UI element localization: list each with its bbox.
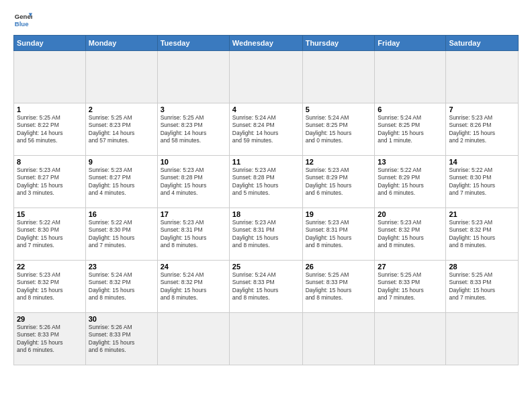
day-info: Sunrise: 5:24 AM Sunset: 8:25 PM Dayligh… — [306, 114, 372, 145]
day-number: 5 — [306, 105, 372, 113]
calendar-cell: 9Sunrise: 5:23 AM Sunset: 8:27 PM Daylig… — [85, 156, 157, 208]
calendar-cell: 15Sunrise: 5:22 AM Sunset: 8:30 PM Dayli… — [14, 208, 86, 261]
calendar-week: 1Sunrise: 5:25 AM Sunset: 8:22 PM Daylig… — [14, 103, 519, 156]
day-info: Sunrise: 5:23 AM Sunset: 8:28 PM Dayligh… — [232, 167, 300, 197]
logo: General Blue — [13, 11, 32, 30]
day-number: 12 — [306, 158, 372, 166]
day-info: Sunrise: 5:25 AM Sunset: 8:33 PM Dayligh… — [306, 271, 372, 302]
calendar-cell: 6Sunrise: 5:24 AM Sunset: 8:25 PM Daylig… — [375, 103, 446, 156]
weekday-header: Sunday — [14, 36, 86, 51]
calendar-cell — [85, 51, 157, 103]
day-info: Sunrise: 5:23 AM Sunset: 8:27 PM Dayligh… — [89, 167, 154, 197]
day-number: 26 — [306, 263, 372, 271]
day-number: 14 — [449, 158, 515, 166]
day-info: Sunrise: 5:23 AM Sunset: 8:27 PM Dayligh… — [17, 167, 83, 197]
calendar-cell: 14Sunrise: 5:22 AM Sunset: 8:30 PM Dayli… — [446, 156, 519, 208]
weekday-header: Tuesday — [157, 36, 229, 51]
day-info: Sunrise: 5:22 AM Sunset: 8:30 PM Dayligh… — [89, 219, 154, 250]
calendar-cell — [302, 51, 375, 103]
day-info: Sunrise: 5:24 AM Sunset: 8:32 PM Dayligh… — [89, 271, 154, 302]
calendar-cell: 28Sunrise: 5:25 AM Sunset: 8:33 PM Dayli… — [446, 261, 519, 313]
calendar-cell — [157, 313, 229, 365]
day-number: 29 — [17, 315, 83, 323]
calendar-cell: 12Sunrise: 5:23 AM Sunset: 8:29 PM Dayli… — [302, 156, 375, 208]
calendar-week — [14, 51, 519, 103]
calendar-cell: 13Sunrise: 5:22 AM Sunset: 8:29 PM Dayli… — [375, 156, 446, 208]
day-info: Sunrise: 5:24 AM Sunset: 8:32 PM Dayligh… — [161, 271, 226, 302]
calendar-cell — [229, 313, 302, 365]
day-info: Sunrise: 5:23 AM Sunset: 8:28 PM Dayligh… — [161, 167, 226, 197]
day-info: Sunrise: 5:26 AM Sunset: 8:33 PM Dayligh… — [17, 324, 83, 355]
day-number: 20 — [378, 210, 443, 218]
calendar-cell — [157, 51, 229, 103]
calendar-cell: 8Sunrise: 5:23 AM Sunset: 8:27 PM Daylig… — [14, 156, 86, 208]
calendar-cell: 27Sunrise: 5:25 AM Sunset: 8:33 PM Dayli… — [375, 261, 446, 313]
calendar-cell: 22Sunrise: 5:23 AM Sunset: 8:32 PM Dayli… — [14, 261, 86, 313]
day-info: Sunrise: 5:22 AM Sunset: 8:29 PM Dayligh… — [378, 167, 443, 197]
weekday-header: Friday — [375, 36, 446, 51]
calendar-cell — [229, 51, 302, 103]
day-number: 13 — [378, 158, 443, 166]
weekday-header: Wednesday — [229, 36, 302, 51]
day-info: Sunrise: 5:26 AM Sunset: 8:33 PM Dayligh… — [89, 324, 154, 355]
calendar-cell — [375, 313, 446, 365]
day-number: 23 — [89, 263, 154, 271]
calendar-week: 22Sunrise: 5:23 AM Sunset: 8:32 PM Dayli… — [14, 261, 519, 313]
day-info: Sunrise: 5:23 AM Sunset: 8:32 PM Dayligh… — [449, 219, 515, 250]
page-header: General Blue — [13, 11, 519, 30]
calendar-week: 8Sunrise: 5:23 AM Sunset: 8:27 PM Daylig… — [14, 156, 519, 208]
day-info: Sunrise: 5:22 AM Sunset: 8:30 PM Dayligh… — [17, 219, 83, 250]
day-info: Sunrise: 5:25 AM Sunset: 8:33 PM Dayligh… — [449, 271, 515, 302]
day-info: Sunrise: 5:23 AM Sunset: 8:31 PM Dayligh… — [232, 219, 300, 250]
day-number: 10 — [161, 158, 226, 166]
day-info: Sunrise: 5:23 AM Sunset: 8:29 PM Dayligh… — [306, 167, 372, 197]
calendar-cell — [446, 51, 519, 103]
day-number: 2 — [89, 105, 154, 113]
day-info: Sunrise: 5:23 AM Sunset: 8:26 PM Dayligh… — [449, 114, 515, 145]
calendar-cell: 3Sunrise: 5:25 AM Sunset: 8:23 PM Daylig… — [157, 103, 229, 156]
day-number: 1 — [17, 105, 83, 113]
calendar-cell: 26Sunrise: 5:25 AM Sunset: 8:33 PM Dayli… — [302, 261, 375, 313]
calendar-body: 1Sunrise: 5:25 AM Sunset: 8:22 PM Daylig… — [14, 51, 519, 365]
day-number: 7 — [449, 105, 515, 113]
calendar-cell: 16Sunrise: 5:22 AM Sunset: 8:30 PM Dayli… — [85, 208, 157, 261]
calendar-cell: 30Sunrise: 5:26 AM Sunset: 8:33 PM Dayli… — [85, 313, 157, 365]
svg-text:Blue: Blue — [15, 20, 29, 28]
day-number: 30 — [89, 315, 154, 323]
weekday-header: Thursday — [302, 36, 375, 51]
day-number: 25 — [232, 263, 300, 271]
day-number: 4 — [232, 105, 300, 113]
weekday-header: Monday — [85, 36, 157, 51]
calendar-cell: 18Sunrise: 5:23 AM Sunset: 8:31 PM Dayli… — [229, 208, 302, 261]
day-info: Sunrise: 5:23 AM Sunset: 8:31 PM Dayligh… — [161, 219, 226, 250]
day-number: 27 — [378, 263, 443, 271]
calendar-cell: 10Sunrise: 5:23 AM Sunset: 8:28 PM Dayli… — [157, 156, 229, 208]
weekday-header: Saturday — [446, 36, 519, 51]
calendar-cell: 7Sunrise: 5:23 AM Sunset: 8:26 PM Daylig… — [446, 103, 519, 156]
calendar-cell — [375, 51, 446, 103]
calendar-cell: 1Sunrise: 5:25 AM Sunset: 8:22 PM Daylig… — [14, 103, 86, 156]
day-number: 15 — [17, 210, 83, 218]
day-number: 21 — [449, 210, 515, 218]
calendar-cell: 25Sunrise: 5:24 AM Sunset: 8:33 PM Dayli… — [229, 261, 302, 313]
day-number: 18 — [232, 210, 300, 218]
day-info: Sunrise: 5:23 AM Sunset: 8:32 PM Dayligh… — [17, 271, 83, 302]
calendar-cell: 20Sunrise: 5:23 AM Sunset: 8:32 PM Dayli… — [375, 208, 446, 261]
day-info: Sunrise: 5:25 AM Sunset: 8:22 PM Dayligh… — [17, 114, 83, 145]
day-number: 11 — [232, 158, 300, 166]
day-number: 17 — [161, 210, 226, 218]
day-info: Sunrise: 5:24 AM Sunset: 8:24 PM Dayligh… — [232, 114, 300, 145]
calendar-cell — [446, 313, 519, 365]
day-number: 16 — [89, 210, 154, 218]
day-info: Sunrise: 5:24 AM Sunset: 8:33 PM Dayligh… — [232, 271, 300, 302]
day-info: Sunrise: 5:25 AM Sunset: 8:23 PM Dayligh… — [89, 114, 154, 145]
calendar-header: SundayMondayTuesdayWednesdayThursdayFrid… — [14, 36, 519, 51]
calendar-cell — [14, 51, 86, 103]
calendar-week: 29Sunrise: 5:26 AM Sunset: 8:33 PM Dayli… — [14, 313, 519, 365]
calendar-cell: 5Sunrise: 5:24 AM Sunset: 8:25 PM Daylig… — [302, 103, 375, 156]
day-info: Sunrise: 5:25 AM Sunset: 8:23 PM Dayligh… — [161, 114, 226, 145]
logo-icon: General Blue — [13, 11, 32, 30]
calendar-cell: 11Sunrise: 5:23 AM Sunset: 8:28 PM Dayli… — [229, 156, 302, 208]
day-info: Sunrise: 5:25 AM Sunset: 8:33 PM Dayligh… — [378, 271, 443, 302]
day-number: 3 — [161, 105, 226, 113]
